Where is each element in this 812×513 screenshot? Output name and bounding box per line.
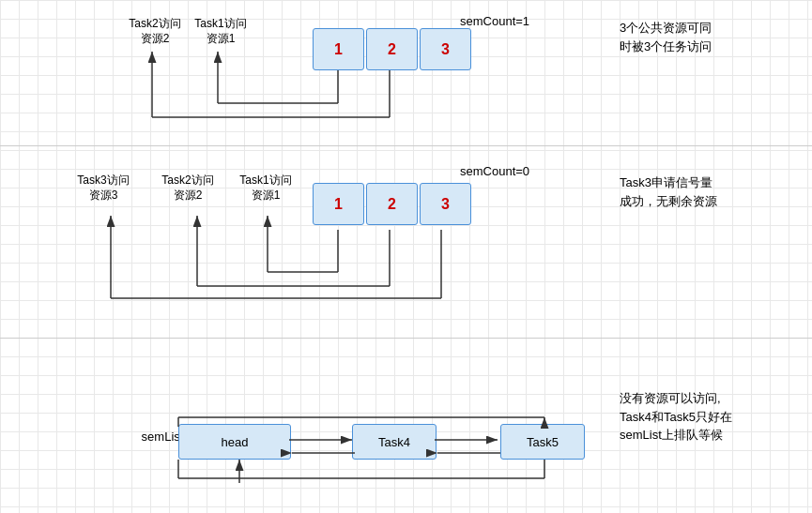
- task5-box: Task5: [500, 424, 585, 460]
- task1-label-2: Task1访问资源1: [233, 174, 299, 203]
- main-canvas: semCount=1 1 2 3 Task2访问资源2 Task1访问资源1 3…: [0, 0, 812, 513]
- sem-count-2: semCount=0: [460, 164, 529, 178]
- resource-box-2-3: 3: [420, 183, 471, 225]
- divider-1: [0, 145, 812, 146]
- desc-1: 3个公共资源可同时被3个任务访问: [620, 19, 712, 55]
- desc-2: Task3申请信号量成功，无剩余资源: [620, 174, 717, 210]
- task3-label-2: Task3访问资源3: [70, 174, 136, 203]
- sem-count-1: semCount=1: [460, 14, 529, 28]
- resource-box-1-3: 3: [420, 28, 471, 70]
- task2-label-2: Task2访问资源2: [155, 174, 221, 203]
- head-box: head: [178, 424, 291, 460]
- resource-box-2-1: 1: [313, 183, 364, 225]
- task1-label-1: Task1访问资源1: [188, 17, 253, 46]
- task2-label-1: Task2访问资源2: [122, 17, 188, 46]
- divider-2: [0, 338, 812, 339]
- resource-box-1-2: 2: [366, 28, 418, 70]
- resource-box-2-2: 2: [366, 183, 418, 225]
- resource-box-1-1: 1: [313, 28, 364, 70]
- desc-3: 没有资源可以访问,Task4和Task5只好在semList上排队等候: [620, 389, 732, 445]
- task4-box: Task4: [352, 424, 437, 460]
